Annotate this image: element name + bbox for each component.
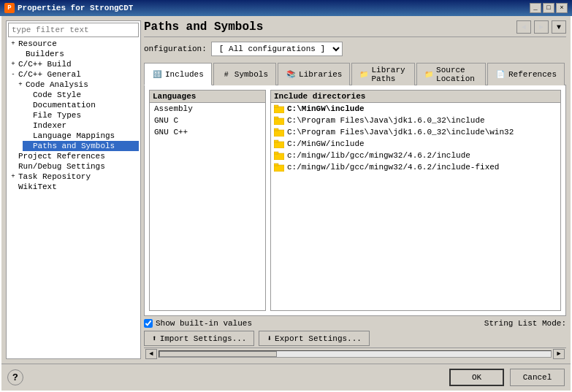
svg-rect-2 [274, 118, 284, 125]
config-label: onfiguration: [144, 45, 207, 53]
cancel-button[interactable]: Cancel [510, 369, 565, 386]
svg-rect-7 [274, 140, 278, 142]
minimize-button[interactable]: _ [530, 3, 541, 13]
svg-rect-1 [274, 105, 278, 107]
sidebar-item-builders[interactable]: Builders [15, 49, 139, 59]
tab-library-paths-label: Library Paths [371, 66, 407, 83]
svg-rect-3 [274, 117, 278, 119]
sidebar-item-ccpp-general[interactable]: - C/C++ General [8, 69, 139, 80]
tab-includes[interactable]: 🔠 Includes [144, 63, 212, 85]
sidebar-item-code-analysis[interactable]: + Code Analysis [15, 80, 139, 90]
show-builtin-label: Show built-in values [156, 319, 252, 328]
scroll-right-button[interactable]: ► [553, 349, 565, 359]
page-title-bar: Paths and Symbols ◄ ► ▼ [144, 20, 566, 37]
task-repository-label: Task Repository [18, 172, 91, 181]
configuration-row: onfiguration: [ All configurations ] Deb… [144, 42, 566, 56]
dir-icon-0 [274, 104, 284, 113]
svg-rect-11 [274, 164, 278, 166]
export-icon: ⬇ [267, 334, 272, 343]
tab-library-paths[interactable]: 📁 Library Paths [351, 63, 415, 85]
sidebar-item-wikitext[interactable]: WikiText [8, 182, 139, 192]
sidebar-item-resource[interactable]: + Resource [8, 39, 139, 49]
import-icon: ⬆ [152, 334, 157, 343]
tab-libraries[interactable]: 📚 Libraries [278, 63, 350, 85]
scroll-left-button[interactable]: ◄ [145, 349, 157, 359]
lang-assembly[interactable]: Assembly [150, 103, 265, 115]
dir-icon-3 [274, 139, 284, 148]
sidebar-item-paths-symbols[interactable]: Paths and Symbols [23, 141, 139, 151]
window-controls: _ □ × [530, 3, 568, 13]
filter-input[interactable] [8, 23, 139, 37]
tab-references[interactable]: 📄 References [487, 63, 565, 85]
sidebar-item-language-mappings[interactable]: Language Mappings [23, 131, 139, 141]
close-button[interactable]: × [556, 3, 568, 13]
sidebar-item-documentation[interactable]: Documentation [23, 100, 139, 110]
back-button[interactable]: ◄ [516, 20, 531, 34]
includes-header: Include directories [271, 91, 560, 103]
includes-panel: Include directories C:\MinGW\include C:\… [270, 90, 561, 311]
references-tab-icon: 📄 [495, 70, 506, 79]
dir-item-3: C:/MinGW/include [271, 138, 560, 150]
svg-rect-10 [274, 165, 284, 172]
svg-rect-6 [274, 142, 284, 148]
tab-content-includes: Languages Assembly GNU C GNU C++ Include… [144, 85, 566, 316]
dialog-footer: ? OK Cancel [1, 364, 571, 391]
bottom-controls-row: Show built-in values String List Mode: [144, 319, 566, 328]
tabs: 🔠 Includes # Symbols 📚 Libraries 📁 Libra… [144, 62, 566, 85]
includes-tab-icon: 🔠 [152, 70, 162, 79]
symbols-tab-icon: # [221, 70, 232, 79]
dir-item-5: c:/mingw/lib/gcc/mingw32/4.6.2/include-f… [271, 161, 560, 173]
export-button[interactable]: ⬇ Export Settings... [259, 331, 369, 346]
maximize-button[interactable]: □ [543, 3, 554, 13]
sidebar-item-file-types[interactable]: File Types [23, 110, 139, 120]
svg-rect-5 [274, 128, 278, 131]
tab-references-label: References [508, 70, 557, 79]
sidebar-item-project-references[interactable]: Project References [8, 151, 139, 161]
page-title: Paths and Symbols [144, 20, 263, 34]
libraries-tab-icon: 📚 [286, 70, 296, 79]
tab-libraries-label: Libraries [299, 70, 342, 79]
ok-button[interactable]: OK [449, 369, 504, 386]
title-bar: P Properties for StrongCDT _ □ × [0, 0, 572, 16]
tab-source-location[interactable]: 📁 Source Location [416, 63, 486, 85]
languages-panel: Languages Assembly GNU C GNU C++ [149, 90, 266, 311]
nav-menu-button[interactable]: ▼ [552, 20, 566, 34]
configuration-select[interactable]: [ All configurations ] Debug Release [211, 42, 343, 56]
scrollbar-row: ◄ ► [144, 347, 566, 359]
window-title: Properties for StrongCDT [18, 4, 133, 12]
show-builtin-checkbox[interactable] [144, 319, 153, 328]
sidebar-item-task-repository[interactable]: + Task Repository [8, 172, 139, 182]
dialog: + Resource Builders + C/C++ Build - C/C+… [0, 16, 572, 392]
tab-symbols[interactable]: # Symbols [213, 63, 276, 85]
dir-item-0: C:\MinGW\include [271, 103, 560, 115]
dir-icon-1 [274, 116, 284, 125]
tab-symbols-label: Symbols [234, 70, 268, 79]
help-button[interactable]: ? [7, 369, 23, 385]
dir-icon-5 [274, 163, 284, 172]
dir-icon-4 [274, 151, 284, 160]
svg-rect-9 [274, 152, 278, 154]
sidebar-item-code-style[interactable]: Code Style [23, 90, 139, 100]
sidebar-item-ccpp-build[interactable]: + C/C++ Build [8, 59, 139, 69]
bottom-area: Show built-in values String List Mode: ⬆… [144, 319, 566, 346]
import-button[interactable]: ⬆ Import Settings... [144, 331, 254, 346]
lang-gnu-cpp[interactable]: GNU C++ [150, 126, 265, 138]
library-paths-tab-icon: 📁 [359, 70, 368, 79]
string-list-mode-label: String List Mode: [484, 319, 566, 328]
code-analysis-label: Code Analysis [26, 80, 88, 89]
sidebar-item-run-debug[interactable]: Run/Debug Settings [8, 161, 139, 172]
dir-item-1: C:\Program Files\Java\jdk1.6.0_32\includ… [271, 115, 560, 126]
dir-icon-2 [274, 128, 284, 137]
dialog-body: + Resource Builders + C/C++ Build - C/C+… [1, 16, 571, 364]
dir-item-4: c:/mingw/lib/gcc/mingw32/4.6.2/include [271, 150, 560, 161]
svg-rect-4 [274, 130, 284, 137]
sidebar-item-indexer[interactable]: Indexer [23, 120, 139, 131]
scroll-thumb [159, 351, 277, 357]
languages-header: Languages [150, 91, 265, 103]
forward-button[interactable]: ► [534, 20, 549, 34]
action-buttons: ⬆ Import Settings... ⬇ Export Settings..… [144, 331, 566, 346]
tab-source-location-label: Source Location [436, 66, 478, 83]
dir-item-2: C:\Program Files\Java\jdk1.6.0_32\includ… [271, 126, 560, 138]
scroll-track[interactable] [159, 350, 552, 358]
lang-gnu-c[interactable]: GNU C [150, 115, 265, 126]
